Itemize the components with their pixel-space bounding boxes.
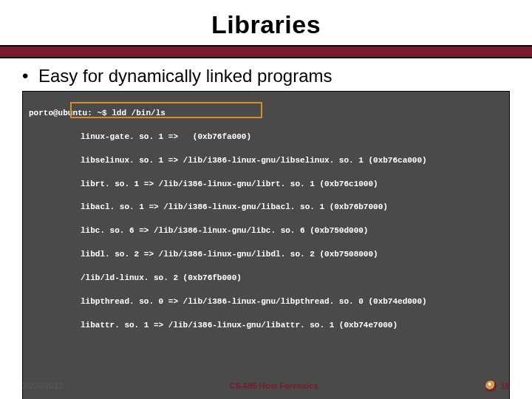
slide: Libraries Easy for dynamically linked pr… — [0, 0, 532, 399]
footer: 2/236/2013 CS-695 Host Forensics 18 — [0, 380, 532, 392]
terminal-line: librt. so. 1 => /lib/i386-linux-gnu/libr… — [29, 179, 503, 191]
footer-date: 2/236/2013 — [22, 381, 63, 390]
terminal-line: libattr. so. 1 => /lib/i386-linux-gnu/li… — [29, 320, 503, 332]
terminal-output: porto@ubuntu: ~$ ldd /bin/ls linux-gate.… — [22, 91, 510, 399]
terminal-prompt: porto@ubuntu: ~$ ldd /bin/ls — [29, 108, 503, 120]
terminal-line: libdl. so. 2 => /lib/i386-linux-gnu/libd… — [29, 249, 503, 261]
seal-icon — [485, 380, 497, 392]
terminal-line: libc. so. 6 => /lib/i386-linux-gnu/libc.… — [29, 225, 503, 237]
divider — [0, 45, 532, 58]
bullet-list: Easy for dynamically linked programs — [22, 66, 510, 86]
terminal-line: linux-gate. so. 1 => (0xb76fa000) — [29, 132, 503, 143]
footer-course: CS-695 Host Forensics — [63, 381, 485, 390]
terminal-line: libacl. so. 1 => /lib/i386-linux-gnu/lib… — [29, 202, 503, 214]
bullet-easy: Easy for dynamically linked programs — [22, 66, 510, 86]
terminal-line: libselinux. so. 1 => /lib/i386-linux-gnu… — [29, 155, 503, 167]
footer-page-group: 18 — [485, 380, 510, 392]
page-title: Libraries — [0, 0, 532, 39]
content: Easy for dynamically linked programs por… — [0, 58, 532, 399]
page-number: 18 — [501, 381, 510, 390]
terminal-line: /lib/ld-linux. so. 2 (0xb76fb000) — [29, 273, 503, 284]
terminal-line: libpthread. so. 0 => /lib/i386-linux-gnu… — [29, 296, 503, 308]
